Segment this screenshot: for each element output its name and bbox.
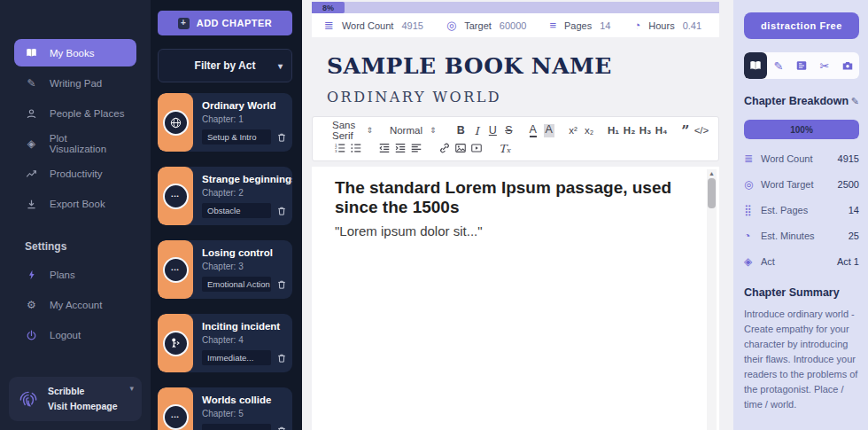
tab-snippets[interactable]: ✂ [813, 52, 836, 79]
stat-label: Word Target [761, 179, 838, 190]
align-button[interactable] [408, 140, 424, 156]
outdent-button[interactable] [376, 140, 392, 156]
scroll-up-arrow-icon[interactable]: ▲ [709, 169, 715, 178]
link-button[interactable] [437, 140, 453, 156]
sidebar-item-people-places[interactable]: People & Places [14, 100, 136, 127]
chapter-title: Worlds collide [202, 395, 285, 405]
clear-formatting-button[interactable]: Tₓ [497, 140, 513, 156]
chapter-number: Chapter: 4 [202, 335, 285, 345]
heading4-button[interactable]: H₄ [654, 122, 670, 138]
font-select[interactable]: Sans Serif⇕ [332, 120, 373, 141]
trash-icon[interactable] [276, 206, 287, 216]
sidebar-item-export-book[interactable]: Export Book [14, 191, 136, 217]
indent-button[interactable] [392, 140, 408, 156]
sidebar-item-label: People & Places [50, 108, 124, 119]
size-select[interactable]: Normal⇕ [390, 125, 437, 136]
heading3-button[interactable]: H₃ [638, 122, 654, 138]
strikethrough-button[interactable]: S [500, 122, 516, 138]
chapter-card[interactable]: Ordinary World Chapter: 1 Setup & Intro [158, 93, 292, 152]
sidebar-item-logout[interactable]: Logout [14, 322, 136, 348]
stat-value: 60000 [500, 20, 527, 31]
filter-by-act-select[interactable]: Filter by Act ▾ [158, 49, 292, 82]
stat-label: Word Count [761, 153, 838, 164]
stat-value: 4915 [401, 20, 422, 31]
underline-button[interactable]: U [484, 122, 500, 138]
act-tag: Immediate... [202, 350, 271, 365]
chapter-card[interactable]: ••• Worlds collide Chapter: 5 [158, 387, 292, 430]
panel-stat-est-minutes: ◔ Est. Minutes 25 [744, 229, 859, 242]
sidebar-item-writing-pad[interactable]: ✎ Writing Pad [14, 70, 136, 97]
chapter-number: Chapter: 5 [202, 409, 285, 418]
layers-icon: ◈ [744, 255, 761, 268]
sidebar-item-my-books[interactable]: My Books [14, 39, 136, 66]
sidebar-item-my-account[interactable]: ⚙ My Account [14, 292, 136, 318]
text-editor[interactable]: The standard Lorem Ipsum passage, used s… [312, 167, 719, 430]
wand-icon: ✎ [774, 59, 784, 73]
highlight-color-button[interactable]: A [544, 124, 554, 137]
stat-value: Act 1 [837, 256, 859, 267]
breakdown-header: Chapter Breakdown ✎ [744, 95, 859, 107]
chevron-down-icon[interactable]: ▾ [129, 384, 134, 393]
stat-hours: ◔ Hours 0.41 [633, 19, 701, 32]
stat-value: 25 [849, 231, 859, 241]
sidebar-item-plans[interactable]: Plans [14, 262, 136, 288]
trash-icon[interactable] [276, 132, 287, 143]
stat-label: Target [464, 20, 492, 31]
act-tag: Obstacle [202, 203, 271, 218]
bullet-list-button[interactable] [348, 140, 364, 156]
tab-chapter-breakdown[interactable] [744, 52, 767, 79]
panel-stat-act: ◈ Act Act 1 [744, 254, 859, 268]
distraction-free-button[interactable]: distraction Free [744, 12, 859, 39]
stat-label: Act [761, 256, 837, 267]
layers-icon: ◈ [25, 137, 38, 150]
panel-stat-word-target: ◎ Word Target 2500 [744, 177, 859, 191]
sidebar-item-plot-visualization[interactable]: ◈ Plot Visualization [14, 130, 136, 157]
subscript-button[interactable]: x₂ [581, 122, 597, 138]
tab-media[interactable] [836, 52, 859, 79]
editor-paragraph: "Lorem ipsum dolor sit..." [335, 223, 696, 238]
trash-icon[interactable] [276, 279, 287, 290]
word-count-icon: ≣ [324, 19, 334, 32]
heading2-button[interactable]: H₂ [622, 122, 638, 138]
chapter-card[interactable]: Inciting incident Chapter: 4 Immediate..… [158, 314, 292, 372]
caret-updown-icon: ⇕ [367, 126, 374, 135]
brand-link[interactable]: Visit Homepage [48, 401, 118, 411]
blockquote-button[interactable]: ” [678, 122, 694, 138]
ordered-list-button[interactable]: 123 [332, 140, 348, 156]
image-button[interactable] [453, 140, 469, 156]
sidebar-item-label: Productivity [50, 168, 102, 179]
chapter-card[interactable]: ••• Losing control Chapter: 3 Emotional … [158, 240, 292, 299]
trash-icon[interactable] [276, 353, 287, 364]
tab-writing-tools[interactable]: ✎ [767, 52, 790, 79]
code-block-button[interactable]: </> [694, 122, 709, 138]
clock-icon: ◔ [744, 230, 761, 242]
caret-updown-icon: ⇕ [430, 126, 437, 135]
chapter-cards: Ordinary World Chapter: 1 Setup & Intro … [158, 93, 292, 430]
chapter-progress-bar: 100% [744, 120, 859, 139]
chapter-title: Losing control [202, 247, 285, 258]
heading1-button[interactable]: H₁ [606, 122, 622, 138]
brand-block[interactable]: Scribble Visit Homepage ▾ [9, 377, 142, 421]
brand-name: Scribble [48, 386, 84, 396]
chapter-card-accent: ••• [158, 167, 193, 225]
add-chapter-button[interactable]: + ADD CHAPTER [158, 11, 292, 35]
stat-target: ◎ Target 60000 [446, 19, 527, 32]
text-color-button[interactable]: A [530, 124, 537, 137]
editor-scrollbar[interactable]: ▲ [707, 169, 717, 430]
video-button[interactable] [469, 140, 484, 156]
bold-button[interactable]: B [453, 122, 469, 138]
panel-stat-est-pages: ⣿ Est. Pages 14 [744, 203, 859, 216]
tab-notes[interactable] [790, 52, 813, 79]
stat-value: 4915 [838, 153, 859, 164]
fingerprint-logo-icon [17, 387, 40, 410]
italic-button[interactable]: I [469, 122, 484, 138]
trash-icon[interactable] [276, 426, 287, 430]
edit-icon[interactable]: ✎ [851, 96, 859, 107]
superscript-button[interactable]: x² [565, 122, 581, 138]
chapter-number: Chapter: 2 [202, 188, 285, 198]
sidebar-item-productivity[interactable]: Productivity [14, 160, 136, 187]
stat-label: Pages [564, 20, 592, 31]
chapter-card-accent [158, 93, 193, 152]
chapter-card[interactable]: ••• Strange beginnings Chapter: 2 Obstac… [158, 167, 292, 225]
scrollbar-thumb[interactable] [708, 178, 716, 208]
